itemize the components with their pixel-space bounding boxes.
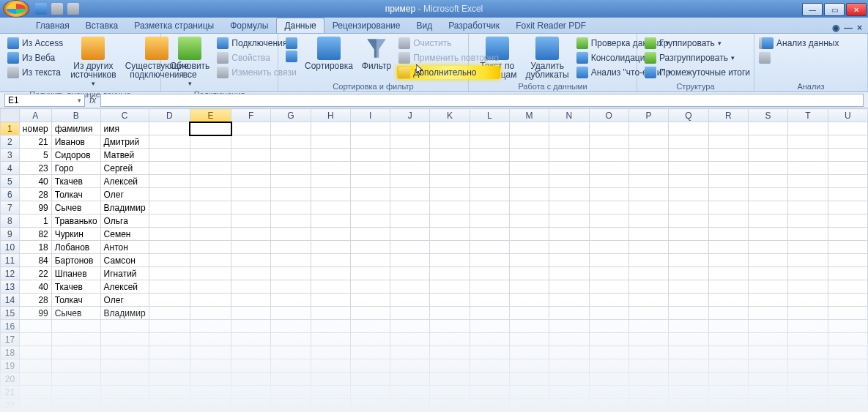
- cell-M8[interactable]: [509, 214, 549, 228]
- cell-O12[interactable]: [589, 267, 628, 280]
- cell-D2[interactable]: [149, 135, 190, 149]
- cell-P3[interactable]: [628, 149, 668, 162]
- cell-G17[interactable]: [271, 333, 311, 346]
- cell-M17[interactable]: [509, 333, 549, 346]
- help-icon[interactable]: ◉: [832, 23, 839, 33]
- cell-R22[interactable]: [708, 399, 748, 412]
- col-header-D[interactable]: D: [149, 109, 190, 122]
- cell-A7[interactable]: 99: [19, 201, 51, 214]
- cell-F4[interactable]: [231, 162, 271, 175]
- cell-T20[interactable]: [788, 373, 828, 386]
- col-header-B[interactable]: B: [51, 109, 100, 122]
- cell-C5[interactable]: Алексей: [100, 175, 149, 188]
- cell-K4[interactable]: [430, 162, 470, 175]
- cell-D15[interactable]: [149, 307, 190, 320]
- cell-D17[interactable]: [149, 333, 190, 346]
- cell-C20[interactable]: [100, 373, 149, 386]
- cell-M20[interactable]: [509, 373, 549, 386]
- redo-icon[interactable]: [67, 3, 79, 15]
- cell-N17[interactable]: [549, 333, 589, 346]
- cell-A16[interactable]: [19, 320, 51, 333]
- cell-I5[interactable]: [351, 175, 390, 188]
- cell-H14[interactable]: [311, 294, 350, 307]
- cell-G16[interactable]: [271, 320, 311, 333]
- cell-E7[interactable]: [190, 201, 231, 214]
- cell-O17[interactable]: [589, 333, 628, 346]
- cell-F7[interactable]: [231, 201, 271, 214]
- row-header-19[interactable]: 19: [1, 359, 20, 373]
- cell-E13[interactable]: [190, 280, 231, 294]
- cell-T6[interactable]: [788, 188, 828, 201]
- cell-P6[interactable]: [628, 188, 668, 201]
- cell-O4[interactable]: [589, 162, 628, 175]
- cell-T10[interactable]: [788, 241, 828, 254]
- row-header-6[interactable]: 6: [1, 188, 20, 201]
- cell-F11[interactable]: [231, 254, 271, 267]
- cell-H17[interactable]: [311, 333, 350, 346]
- cell-E21[interactable]: [190, 386, 231, 399]
- cell-S8[interactable]: [748, 214, 787, 228]
- cell-N14[interactable]: [549, 294, 589, 307]
- cell-D21[interactable]: [149, 386, 190, 399]
- cell-A2[interactable]: 21: [19, 135, 51, 149]
- cell-G20[interactable]: [271, 373, 311, 386]
- row-header-16[interactable]: 16: [1, 320, 20, 333]
- cell-K11[interactable]: [430, 254, 470, 267]
- cell-A20[interactable]: [19, 373, 51, 386]
- cell-K13[interactable]: [430, 280, 470, 294]
- cell-P19[interactable]: [628, 359, 668, 373]
- cell-B19[interactable]: [51, 359, 100, 373]
- cell-T17[interactable]: [788, 333, 828, 346]
- cell-B3[interactable]: Сидоров: [51, 149, 100, 162]
- cell-J13[interactable]: [390, 280, 430, 294]
- cell-G19[interactable]: [271, 359, 311, 373]
- cell-F2[interactable]: [231, 135, 271, 149]
- cell-A13[interactable]: 40: [19, 280, 51, 294]
- cell-M1[interactable]: [509, 122, 549, 135]
- group-rows-button[interactable]: Группировать ▾: [643, 37, 752, 50]
- cell-Q11[interactable]: [669, 254, 708, 267]
- row-header-2[interactable]: 2: [1, 135, 20, 149]
- cell-F16[interactable]: [231, 320, 271, 333]
- cell-R5[interactable]: [708, 175, 748, 188]
- cell-D3[interactable]: [149, 149, 190, 162]
- cell-T7[interactable]: [788, 201, 828, 214]
- cell-S7[interactable]: [748, 201, 787, 214]
- cell-P20[interactable]: [628, 373, 668, 386]
- cell-U18[interactable]: [828, 346, 867, 359]
- cell-N13[interactable]: [549, 280, 589, 294]
- cell-O7[interactable]: [589, 201, 628, 214]
- cell-A3[interactable]: 5: [19, 149, 51, 162]
- cell-J14[interactable]: [390, 294, 430, 307]
- cell-Q17[interactable]: [669, 333, 708, 346]
- row-header-10[interactable]: 10: [1, 241, 20, 254]
- cell-U6[interactable]: [828, 188, 867, 201]
- cell-U19[interactable]: [828, 359, 867, 373]
- cell-L1[interactable]: [470, 122, 509, 135]
- cell-L5[interactable]: [470, 175, 509, 188]
- minimize-ribbon-icon[interactable]: —: [844, 23, 853, 33]
- cell-R1[interactable]: [708, 122, 748, 135]
- cell-I4[interactable]: [351, 162, 390, 175]
- cell-B21[interactable]: [51, 386, 100, 399]
- cell-F20[interactable]: [231, 373, 271, 386]
- cell-J19[interactable]: [390, 359, 430, 373]
- cell-L20[interactable]: [470, 373, 509, 386]
- cell-F13[interactable]: [231, 280, 271, 294]
- cell-F5[interactable]: [231, 175, 271, 188]
- cell-N16[interactable]: [549, 320, 589, 333]
- cell-U5[interactable]: [828, 175, 867, 188]
- cell-B6[interactable]: Толкач: [51, 188, 100, 201]
- row-header-17[interactable]: 17: [1, 333, 20, 346]
- cell-L14[interactable]: [470, 294, 509, 307]
- cell-H20[interactable]: [311, 373, 350, 386]
- row-header-18[interactable]: 18: [1, 346, 20, 359]
- cell-L7[interactable]: [470, 201, 509, 214]
- cell-G18[interactable]: [271, 346, 311, 359]
- cell-M15[interactable]: [509, 307, 549, 320]
- cell-C17[interactable]: [100, 333, 149, 346]
- cell-N10[interactable]: [549, 241, 589, 254]
- cell-O13[interactable]: [589, 280, 628, 294]
- cell-S1[interactable]: [748, 122, 787, 135]
- cell-S18[interactable]: [748, 346, 787, 359]
